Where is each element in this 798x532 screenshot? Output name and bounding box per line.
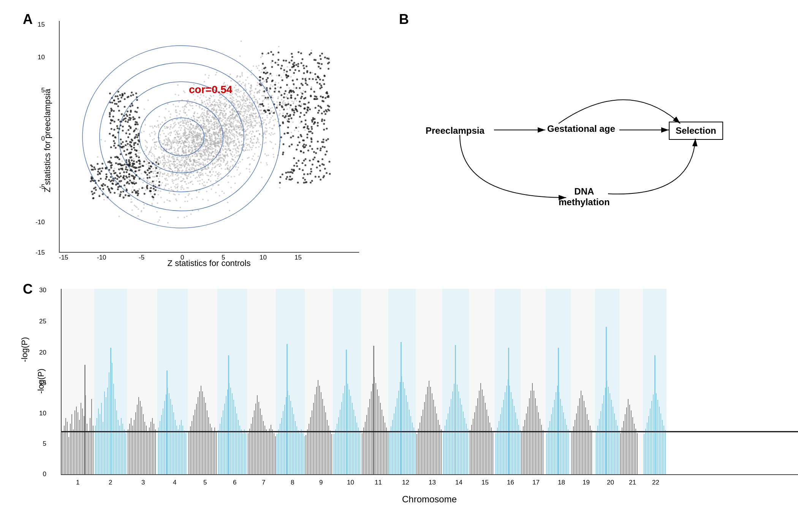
svg-point-2418 [197,155,198,156]
svg-rect-4112 [500,414,501,475]
svg-point-2717 [205,133,206,135]
svg-point-3696 [291,144,293,146]
svg-point-3392 [135,92,137,94]
svg-point-3104 [124,92,126,94]
svg-point-2280 [217,173,218,175]
svg-rect-4212 [665,430,666,475]
svg-point-3509 [291,53,293,55]
svg-point-3004 [282,173,283,175]
svg-point-2254 [148,165,149,166]
svg-point-418 [260,144,261,146]
svg-rect-4016 [350,396,351,475]
svg-point-2556 [193,118,195,119]
svg-rect-3831 [62,431,63,475]
svg-point-468 [136,207,138,208]
svg-point-3525 [139,163,141,165]
gestational-age-node: Gestational age [547,124,615,134]
svg-point-1160 [216,72,217,73]
svg-point-3580 [309,145,311,147]
svg-rect-3911 [188,431,189,475]
svg-rect-3906 [179,425,180,475]
svg-point-3614 [282,122,284,124]
svg-point-2298 [191,168,193,169]
svg-point-270 [160,124,161,125]
svg-point-3574 [119,180,120,182]
svg-point-2697 [271,107,273,109]
svg-rect-4088 [461,405,462,475]
svg-point-605 [196,177,198,178]
svg-point-3342 [119,94,121,96]
svg-point-2806 [250,106,251,107]
svg-point-1708 [178,177,179,179]
svg-point-3141 [310,52,312,54]
svg-rect-3997 [321,392,321,475]
svg-point-1129 [176,178,177,180]
svg-rect-4023 [362,433,363,475]
svg-point-2201 [198,117,200,119]
svg-point-3545 [117,105,119,107]
svg-rect-4220 [401,342,402,475]
svg-rect-4100 [480,383,481,475]
svg-point-3620 [108,190,110,192]
svg-point-268 [177,217,179,218]
svg-point-3558 [327,105,329,107]
svg-rect-4172 [599,419,600,475]
svg-rect-4053 [407,402,408,475]
svg-rect-3944 [239,426,240,475]
svg-point-3114 [91,191,93,193]
svg-point-993 [207,144,209,146]
svg-point-3689 [320,95,322,97]
svg-point-1614 [161,149,163,150]
svg-point-2504 [243,108,245,109]
svg-point-1526 [175,134,176,135]
svg-point-2657 [214,163,215,165]
svg-point-1229 [216,152,217,153]
svg-point-3798 [292,135,294,137]
svg-point-2276 [245,124,246,125]
svg-point-1998 [232,112,233,113]
svg-point-3431 [263,105,264,107]
svg-point-1930 [249,108,251,110]
svg-point-2701 [241,147,242,149]
svg-point-2751 [266,124,267,125]
svg-rect-3854 [98,408,99,475]
svg-rect-4203 [651,401,652,475]
svg-point-3194 [117,188,119,190]
svg-point-2083 [164,139,165,141]
svg-point-3657 [111,187,112,189]
svg-point-3216 [296,149,298,150]
svg-point-1464 [210,180,211,182]
svg-point-2842 [214,144,215,146]
svg-point-2983 [197,162,199,163]
svg-point-2753 [147,161,148,162]
svg-point-2610 [181,185,183,187]
svg-point-3364 [150,171,152,173]
svg-point-1661 [166,155,168,157]
svg-point-2296 [221,168,222,169]
svg-point-206 [125,187,126,188]
svg-point-2873 [198,151,199,152]
svg-point-2167 [265,70,267,72]
svg-point-3209 [120,97,122,98]
svg-point-2087 [230,73,231,75]
svg-point-3533 [317,122,319,124]
svg-rect-3930 [218,430,219,475]
svg-point-2993 [234,110,235,112]
svg-rect-4174 [602,404,603,475]
panel-c-y-axis-label: -log(P) [20,337,30,362]
svg-point-3169 [119,193,121,195]
svg-point-2493 [255,89,256,90]
svg-point-3352 [117,119,119,121]
svg-point-3049 [324,57,326,59]
svg-point-277 [226,100,228,102]
svg-point-2184 [150,150,151,151]
svg-point-3069 [128,183,130,185]
svg-point-2516 [233,126,234,128]
svg-point-3677 [307,125,309,127]
svg-point-754 [202,174,204,176]
svg-point-3337 [125,154,127,155]
svg-point-367 [202,199,204,200]
svg-point-3742 [328,161,330,163]
svg-point-2544 [260,162,262,163]
svg-point-3784 [134,149,136,151]
